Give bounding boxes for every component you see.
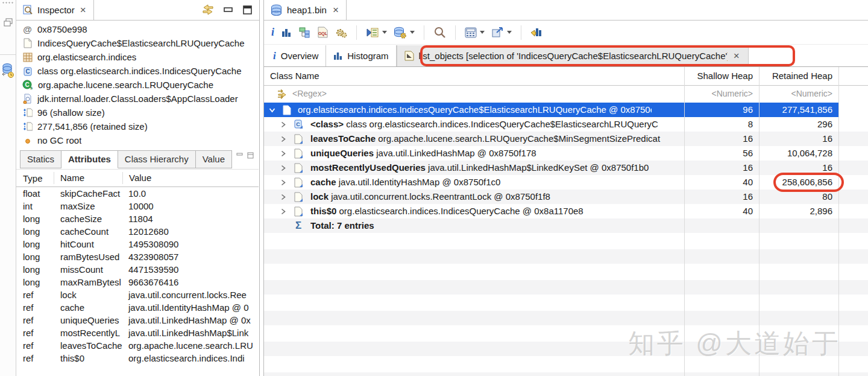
- object-field-icon: [294, 177, 303, 188]
- table-row[interactable]: reflockjava.util.concurrent.locks.Ree: [16, 288, 259, 301]
- export-icon[interactable]: [491, 27, 512, 38]
- query-browser-icon[interactable]: [394, 27, 415, 39]
- table-row[interactable]: refcachejava.util.IdentityHashMap @ 0: [16, 301, 259, 314]
- thread-overview-icon[interactable]: [335, 27, 347, 39]
- maximize-pane-icon[interactable]: [247, 152, 254, 159]
- run-expert-tests-icon[interactable]: [366, 27, 387, 38]
- list-item[interactable]: 277,541,856 (retained size): [22, 119, 258, 133]
- table-row[interactable]: this$0 org.elasticsearch.indices.Indices…: [264, 204, 868, 218]
- heap-editor-panel: heap1.bin × i OQL i Overview Histogram: [263, 0, 868, 376]
- heap-dump-history-icon[interactable]: [2, 63, 14, 78]
- close-icon[interactable]: ×: [732, 51, 741, 61]
- list-item[interactable]: jdk.internal.loader.ClassLoaders$AppClas…: [22, 92, 258, 106]
- list-item[interactable]: C class org.elasticsearch.indices.Indice…: [22, 64, 258, 78]
- column-header-shallow-heap[interactable]: Shallow Heap: [684, 71, 753, 81]
- close-icon[interactable]: ×: [332, 5, 340, 15]
- list-item[interactable]: 96 (shallow size): [22, 106, 258, 119]
- table-row[interactable]: refmostRecentlyLjava.util.LinkedHashMap$…: [16, 327, 259, 339]
- gc-root-icon: [22, 138, 33, 144]
- find-object-icon[interactable]: [433, 27, 446, 39]
- chevron-down-icon[interactable]: [269, 107, 275, 113]
- close-icon[interactable]: ×: [79, 5, 87, 15]
- class-icon: C: [22, 66, 33, 76]
- chevron-right-icon[interactable]: [280, 208, 286, 215]
- sigma-icon: Σ: [295, 220, 301, 232]
- chevron-right-icon[interactable]: [280, 136, 286, 142]
- table-row[interactable]: floatskipCacheFact10.0: [16, 187, 259, 200]
- restore-view-icon[interactable]: [4, 18, 13, 27]
- toolbar-separator: [424, 25, 424, 40]
- table-row[interactable]: longhitCount1495308090: [16, 238, 259, 250]
- info-icon[interactable]: i: [271, 26, 274, 39]
- tab-histogram[interactable]: Histogram: [326, 45, 396, 66]
- table-row[interactable]: refleavesToCacheorg.apache.lucene.search…: [16, 339, 259, 352]
- table-row[interactable]: longmaxRamBytesl9663676416: [16, 276, 259, 288]
- table-row[interactable]: mostRecentlyUsedQueries java.util.Linked…: [264, 161, 868, 175]
- histogram-icon: [333, 51, 342, 60]
- numeric-filter-input[interactable]: <Numeric>: [684, 89, 753, 98]
- chevron-right-icon[interactable]: [280, 179, 286, 186]
- filter-icon: [277, 89, 289, 99]
- column-header-name[interactable]: Name: [54, 172, 122, 184]
- table-row-cache[interactable]: cache java.util.IdentityHashMap @ 0x8750…: [264, 175, 868, 190]
- chevron-right-icon[interactable]: [280, 165, 286, 171]
- minimize-icon[interactable]: [224, 6, 233, 13]
- list-item[interactable]: Cs org.apache.lucene.search.LRUQueryCach…: [22, 78, 258, 92]
- calculator-icon[interactable]: [465, 27, 485, 38]
- table-row[interactable]: leavesToCache org.apache.lucene.search.L…: [264, 132, 868, 146]
- tab-overview[interactable]: i Overview: [266, 45, 326, 66]
- minimize-pane-icon[interactable]: [236, 152, 244, 159]
- dominator-tree-icon[interactable]: [298, 27, 310, 38]
- object-field-icon: [294, 206, 303, 217]
- histogram-icon[interactable]: [281, 27, 292, 38]
- table-row[interactable]: longramBytesUsed4323908057: [16, 250, 259, 263]
- column-header-type[interactable]: Type: [16, 173, 54, 183]
- oql-icon[interactable]: OQL: [317, 27, 329, 38]
- list-item[interactable]: IndicesQueryCache$ElasticsearchLRUQueryC…: [22, 36, 258, 50]
- list-item[interactable]: @ 0x8750e998: [22, 22, 258, 36]
- at-address-icon: @: [22, 24, 33, 34]
- table-row-selected[interactable]: org.elasticsearch.indices.IndicesQueryCa…: [264, 103, 838, 117]
- table-row[interactable]: refuniqueQueriesjava.util.LinkedHashMap …: [16, 314, 259, 327]
- chevron-right-icon[interactable]: [280, 121, 286, 128]
- svg-text:s: s: [30, 85, 33, 90]
- regex-filter-input[interactable]: <Regex>: [292, 89, 327, 98]
- list-item[interactable]: org.elasticsearch.indices: [22, 50, 258, 64]
- inspector-panel: Inspector × @ 0x8750e998 IndicesQueryCac…: [16, 0, 260, 376]
- table-row[interactable]: intmaxSize10000: [16, 200, 259, 212]
- tab-list-objects[interactable]: list_objects [selection of 'IndicesQuery…: [397, 45, 749, 66]
- tab-class-hierarchy[interactable]: Class Hierarchy: [118, 150, 196, 168]
- table-row[interactable]: uniqueQueries java.util.LinkedHashMap @ …: [264, 146, 868, 161]
- tab-value[interactable]: Value: [196, 150, 232, 168]
- column-header-value[interactable]: Value: [122, 172, 259, 184]
- toolbar-separator: [455, 25, 456, 40]
- numeric-filter-input[interactable]: <Numeric>: [759, 89, 832, 98]
- table-row[interactable]: refthis$0org.elasticsearch.indices.Indi: [16, 352, 259, 365]
- fast-view-bar: [0, 0, 16, 376]
- tab-inspector[interactable]: Inspector ×: [20, 0, 94, 20]
- editor-tab-label: heap1.bin: [287, 5, 327, 15]
- table-row[interactable]: longmissCount4471539590: [16, 263, 259, 276]
- drag-handle-dots[interactable]: [2, 1, 14, 4]
- inspector-tab-label: Inspector: [37, 5, 75, 15]
- info-icon: i: [273, 50, 276, 62]
- tab-heap1-bin[interactable]: heap1.bin ×: [266, 0, 347, 20]
- maximize-icon[interactable]: [243, 5, 252, 14]
- chevron-right-icon[interactable]: [280, 150, 286, 157]
- chevron-right-icon[interactable]: [280, 194, 286, 200]
- inspector-tab-strip: Statics Attributes Class Hierarchy Value: [16, 150, 259, 168]
- class-icon: C: [294, 119, 303, 129]
- classloader-icon: [22, 94, 33, 104]
- result-tab-strip: i Overview Histogram list_objects [selec…: [264, 45, 868, 67]
- table-row[interactable]: longcacheCount12012680: [16, 225, 259, 238]
- compare-heap-dumps-icon[interactable]: [530, 27, 542, 38]
- list-item[interactable]: no GC root: [22, 133, 258, 147]
- table-row[interactable]: C <class> class org.elasticsearch.indice…: [264, 117, 868, 132]
- link-with-snapshot-icon[interactable]: [202, 4, 214, 15]
- tab-attributes[interactable]: Attributes: [61, 150, 118, 168]
- table-row[interactable]: longcacheSize11804: [16, 212, 259, 225]
- column-header-class-name[interactable]: Class Name: [270, 71, 319, 81]
- column-header-retained-heap[interactable]: Retained Heap: [759, 71, 832, 81]
- tab-statics[interactable]: Statics: [20, 150, 61, 168]
- table-row[interactable]: lock java.util.concurrent.locks.Reentran…: [264, 190, 868, 204]
